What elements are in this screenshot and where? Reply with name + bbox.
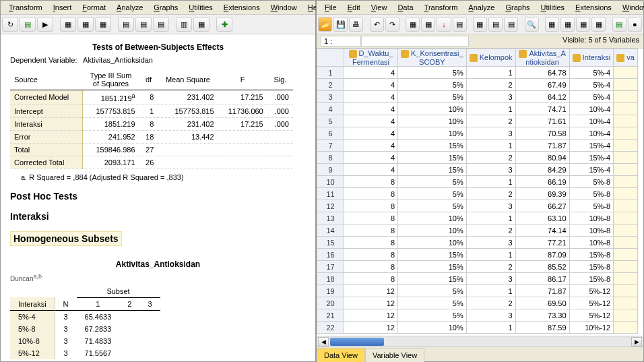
toolbar-chart-icon[interactable]: ▤ <box>20 17 36 32</box>
tab-data-view[interactable]: Data View <box>317 348 365 362</box>
menu-transform[interactable]: Transform <box>3 2 48 13</box>
table-row[interactable]: 9415%384.2915%-4 <box>317 164 638 176</box>
menu-file[interactable]: File <box>319 2 342 13</box>
scroll-left-icon[interactable]: ◀ <box>318 337 329 346</box>
column-header[interactable]: K_Konsentrasi_SCOBY <box>398 49 467 67</box>
table-row[interactable]: 21125%373.305%-12 <box>317 309 638 322</box>
data-grid[interactable]: D_Waktu_FermentasiK_Konsentrasi_SCOBYKel… <box>317 49 638 334</box>
tab-variable-view[interactable]: Variable View <box>365 348 424 362</box>
table-row[interactable]: 245%267.495%-4 <box>317 79 638 91</box>
weight-icon[interactable]: ▤ <box>488 17 503 32</box>
menu-utilities[interactable]: Utilities <box>536 2 570 13</box>
scroll-thumb[interactable] <box>330 338 384 346</box>
column-header[interactable]: Aktivitas_Antioksidan <box>515 49 569 67</box>
undo-icon[interactable]: ↶ <box>370 17 384 32</box>
table-row[interactable]: 1285%366.275%-8 <box>317 200 638 212</box>
menu-extensions[interactable]: Extensions <box>570 2 617 13</box>
column-header[interactable]: Kelompok <box>466 49 515 67</box>
menu-analyze[interactable]: Analyze <box>463 2 500 13</box>
menu-view[interactable]: View <box>366 2 393 13</box>
column-header[interactable]: D_Waktu_Fermentasi <box>344 49 398 67</box>
print-icon[interactable]: 🖶 <box>349 17 363 32</box>
table-row[interactable]: 20125%269.505%-12 <box>317 297 638 309</box>
menu-transform[interactable]: Transform <box>419 2 463 13</box>
toolbar-doc3-icon[interactable]: ▤ <box>153 17 169 32</box>
cell-reference[interactable]: 1 : <box>321 36 361 47</box>
table-row[interactable]: 5410%271.6110%-4 <box>317 115 638 127</box>
cell-value[interactable] <box>361 36 469 47</box>
value-labels-icon[interactable]: 🔍 <box>525 17 539 32</box>
menu-extensions[interactable]: Extensions <box>218 2 265 13</box>
table-row[interactable]: 1085%166.195%-8 <box>317 176 638 188</box>
menu-graphs[interactable]: Graphs <box>148 2 183 13</box>
grid4-icon[interactable]: ▦ <box>591 17 606 32</box>
menu-window[interactable]: Window <box>265 2 302 13</box>
save-icon[interactable]: 💾 <box>333 17 348 32</box>
table-row[interactable]: 13810%163.1010%-8 <box>317 212 638 224</box>
left-menubar[interactable]: TransformInsertFormatAnalyzeGraphsUtilit… <box>1 1 315 15</box>
toolbar-doc1-icon[interactable]: ▤ <box>118 17 134 32</box>
menu-format[interactable]: Format <box>77 2 111 13</box>
anova-footnote: a. R Squared = ,884 (Adjusted R Squared … <box>21 173 306 181</box>
table-row[interactable]: 145%164.785%-4 <box>317 67 638 79</box>
globe-icon[interactable]: ● <box>628 17 642 32</box>
grid3-icon[interactable]: ▦ <box>576 17 590 32</box>
table-row[interactable]: 6410%370.5810%-4 <box>317 127 638 140</box>
output-content[interactable]: Tests of Between-Subjects Effects Depend… <box>1 34 315 361</box>
table-row[interactable]: 4410%174.7110%-4 <box>317 103 638 115</box>
toolbar-rotate-icon[interactable]: ↻ <box>2 17 18 32</box>
table-row[interactable]: 14810%274.1410%-8 <box>317 224 638 237</box>
toolbar-add-icon[interactable]: ✚ <box>216 17 232 32</box>
menu-edit[interactable]: Edit <box>342 2 366 13</box>
table-row[interactable]: 7415%171.8715%-4 <box>317 140 638 152</box>
toolbar-sel2-icon[interactable]: ▦ <box>77 17 94 32</box>
table-row[interactable]: 19125%171.875%-12 <box>317 285 638 297</box>
column-header[interactable] <box>317 49 344 67</box>
menu-insert[interactable]: Insert <box>48 2 77 13</box>
toolbar-sel3-icon[interactable]: ▦ <box>95 17 111 32</box>
table-row[interactable]: 1185%269.395%-8 <box>317 188 638 200</box>
menu-data[interactable]: Data <box>392 2 418 13</box>
menu-window[interactable]: Window <box>617 2 644 13</box>
table-row: Interaksi1851.2198231.40217.215.000 <box>10 117 293 130</box>
data-grid-wrap[interactable]: D_Waktu_FermentasiK_Konsentrasi_SCOBYKel… <box>317 49 643 336</box>
homogeneous-subsets-heading: Homogeneous Subsets <box>10 231 306 246</box>
goto-icon[interactable]: ▦ <box>406 17 420 32</box>
toolbar-run-icon[interactable]: ▶ <box>37 17 53 32</box>
table-row[interactable]: 15810%377.2110%-8 <box>317 237 638 249</box>
redo-icon[interactable]: ↷ <box>385 17 399 32</box>
open-icon[interactable]: 📂 <box>318 17 332 32</box>
toolbar-doc2-icon[interactable]: ▤ <box>135 17 152 32</box>
table-row: Intercept157753.8151157753.81511736.060.… <box>10 104 293 117</box>
table-row[interactable]: 221210%187.5910%-12 <box>317 322 638 334</box>
grid2-icon[interactable]: ▦ <box>560 17 575 32</box>
toolbar-tree-icon[interactable]: ▥ <box>176 17 192 32</box>
select-icon[interactable]: ▤ <box>504 17 518 32</box>
vars-icon[interactable]: ▦ <box>421 17 435 32</box>
run-icon[interactable]: ↓ <box>437 17 451 32</box>
column-header[interactable]: va <box>614 49 638 67</box>
left-toolbar: ↻ ▤ ▶ ▦ ▦ ▦ ▤ ▤ ▤ ▥ ▦ ✚ <box>1 15 315 34</box>
table-row: 5%-4365.4633 <box>10 310 160 323</box>
table-row[interactable]: 16815%187.0915%-8 <box>317 249 638 261</box>
ruler-icon[interactable]: ▤ <box>612 17 626 32</box>
table-row[interactable]: 345%364.125%-4 <box>317 91 638 103</box>
split-icon[interactable]: ▦ <box>473 17 487 32</box>
table-row[interactable]: 17815%285.5215%-8 <box>317 261 638 273</box>
column-header[interactable]: Interaksi <box>569 49 614 67</box>
toolbar-sel1-icon[interactable]: ▦ <box>60 17 76 32</box>
scroll-right-icon[interactable]: ▶ <box>631 337 642 346</box>
horizontal-scrollbar[interactable]: ◀ ▶ <box>317 336 643 346</box>
menu-utilities[interactable]: Utilities <box>183 2 218 13</box>
right-toolbar: 📂 💾 🖶 ↶ ↷ ▦ ▦ ↓ ▤ ▦ ▤ ▤ 🔍 ▦ ▦ ▦ ▦ ▤ ● <box>317 15 643 34</box>
dependent-variable-line: Dependent Variable: Aktivitas_Antioksida… <box>10 56 306 64</box>
right-menubar[interactable]: FileEditViewDataTransformAnalyzeGraphsUt… <box>317 1 643 15</box>
table-row[interactable]: 8415%280.9415%-4 <box>317 152 638 164</box>
anova-title: Tests of Between-Subjects Effects <box>10 42 306 52</box>
menu-graphs[interactable]: Graphs <box>500 2 535 13</box>
find-icon[interactable]: ▤ <box>453 17 467 32</box>
table-row[interactable]: 18815%386.1715%-8 <box>317 273 638 285</box>
grid1-icon[interactable]: ▦ <box>545 17 559 32</box>
toolbar-cross-icon[interactable]: ▦ <box>193 17 210 32</box>
menu-analyze[interactable]: Analyze <box>111 2 148 13</box>
